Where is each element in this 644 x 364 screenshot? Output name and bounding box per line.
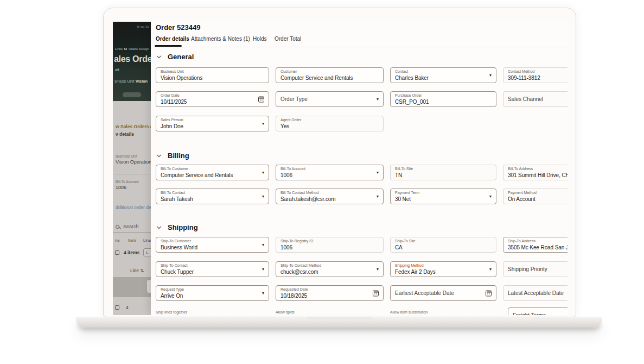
field-bill-to-site[interactable]: Bill-To Site TN [390,165,496,180]
field-bill-to-contact-method[interactable]: Bill-To Contact Method Sarah.takesh@csr.… [276,189,384,204]
page-title: Order 523449 [156,23,200,32]
chevron-down-icon [157,153,161,157]
thumbnail-links-bar: Links Oracle Design [115,47,149,51]
thumbnail-subtitle: aft [115,68,119,72]
bg-promo-text: w Sales Orders cr [116,124,155,129]
thumbnail-caption: siness Unit Vision [114,79,148,84]
field-ship-to-address[interactable]: Ship-To Address 3505 Mc Kee Road San Jos… [503,237,568,253]
field-business-unit[interactable]: Business Unit Vision Operations [156,67,269,83]
field-latest-acceptable-date[interactable]: Latest Acceptable Date [503,285,568,301]
bg-details-text: v details [116,131,134,137]
dropdown-arrow-icon[interactable]: ▾ [262,243,264,247]
field-shipping-method[interactable]: Shipping Method Fedex Air 2 Days ▾ [390,261,496,277]
dropdown-arrow-icon[interactable]: ▾ [377,171,379,175]
tab-order-total[interactable]: Order Total [275,36,301,42]
design-label: Oracle Design [129,47,149,51]
tab-holds[interactable]: Holds [253,36,267,42]
dropdown-arrow-icon[interactable]: ▾ [262,267,264,272]
checkbox-icon [115,250,119,255]
bg-items-count: 4 items [124,250,139,255]
video-thumbnail: le vs. Gr Links Oracle Design ales Orde … [113,22,151,101]
dropdown-arrow-icon[interactable]: ▾ [262,194,264,199]
field-contact-method[interactable]: Contact Method 309-111-3812 [503,67,568,83]
field-contact[interactable]: Contact Charles Baker ▾ [390,67,496,83]
bg-row-notch [147,280,151,293]
field-agent-order[interactable]: Agent Order Yes [276,116,384,131]
dropdown-arrow-icon[interactable]: ▾ [489,194,492,199]
tab-attachments-notes[interactable]: Attachments & Notes (1) [191,36,250,42]
bg-items-count-row: 4 items [115,250,139,255]
divider [151,47,568,47]
dropdown-arrow-icon[interactable]: ▾ [377,267,379,272]
field-freight-terms[interactable]: Freight Terms [508,307,568,315]
bg-selected-row [113,277,151,297]
bg-bill-to-account-value: 1006 [116,185,126,190]
label-allow-splits: Allow splits [276,310,295,314]
field-order-type[interactable]: Order Type ▾ [276,91,384,107]
section-header-shipping[interactable]: Shipping [157,223,198,231]
bg-line-column-header: Line ⇅ [130,268,144,273]
divider [113,233,151,233]
field-ship-to-customer[interactable]: Ship-To Customer Business World ▾ [156,237,269,253]
bg-line-number: 4 [126,305,129,310]
field-earliest-acceptable-date[interactable]: Earliest Acceptable Date [390,285,496,301]
field-payment-method[interactable]: Payment Method On Account [503,189,568,204]
calendar-icon[interactable] [486,290,492,296]
field-sales-channel[interactable]: Sales Channel [503,91,568,107]
laptop-base-notch [307,317,372,321]
field-requested-date[interactable]: Requested Date 10/18/2025 [276,285,384,301]
thumbnail-title: ales Orde [114,54,151,64]
field-bill-to-address[interactable]: Bill-To Address 301 Summit Hill Drive, C… [503,165,568,180]
field-ship-to-contact-method[interactable]: Ship-To Contact Method chuck@csr.com ▾ [276,261,384,277]
page: le vs. Gr Links Oracle Design ales Orde … [0,0,644,364]
bg-search-placeholder: Search [123,224,139,229]
field-shipping-priority[interactable]: Shipping Priority [503,261,568,277]
chevron-down-icon [157,54,161,58]
field-customer[interactable]: Customer Computer Service and Rentals [276,67,384,83]
laptop-mockup: le vs. Gr Links Oracle Design ales Orde … [103,8,576,317]
dropdown-arrow-icon[interactable]: ▾ [489,267,492,272]
bg-business-unit-value: Vision Operations [116,159,154,165]
sort-icon: ⇅ [140,268,144,273]
bg-search-field: Search [116,224,139,229]
field-sales-person[interactable]: Sales Person John Doe ▾ [156,116,269,131]
divider [115,174,149,174]
thumbnail-top-caption: le vs. Gr [137,25,149,28]
field-ship-to-registry-id[interactable]: Ship-To Registry ID 1006 [276,237,384,253]
field-payment-term[interactable]: Payment Term 30 Net ▾ [390,189,496,204]
field-ship-to-contact[interactable]: Ship-To Contact Chuck Tupper ▾ [156,261,269,277]
background-page-strip: le vs. Gr Links Oracle Design ales Orde … [113,22,151,315]
calendar-icon[interactable] [258,96,264,102]
bg-table-row: 4 [115,305,129,310]
field-bill-to-contact[interactable]: Bill-To Contact Sarah Takesh ▾ [156,189,269,204]
bg-business-unit-label: Business Unit [116,154,137,158]
search-icon [116,225,119,229]
field-order-date[interactable]: Order Date 10/11/2025 [156,91,269,107]
dropdown-arrow-icon[interactable]: ▾ [262,291,264,296]
dropdown-arrow-icon[interactable]: ▾ [489,73,492,78]
bg-column-header: Item [128,238,136,243]
laptop-screen: le vs. Gr Links Oracle Design ales Orde … [113,22,568,315]
tab-order-details[interactable]: Order details [156,36,189,42]
field-bill-to-customer[interactable]: Bill-To Customer Computer Service and Re… [156,165,269,180]
field-request-type[interactable]: Request Type Arrive On ▾ [156,285,269,301]
section-header-general[interactable]: General [157,53,194,61]
field-ship-to-site[interactable]: Ship-To Site CA [390,237,496,253]
chevron-down-icon [157,224,161,229]
field-bill-to-account[interactable]: Bill-To Account 1006 ▾ [276,165,384,180]
dropdown-arrow-icon[interactable]: ▾ [262,122,264,126]
dropdown-arrow-icon[interactable]: ▾ [262,171,264,175]
order-panel: Order 523449 Order details Attachments &… [151,22,568,315]
checkbox-icon [115,305,119,310]
label-allow-item-substitution: Allow item substitution [390,310,428,314]
bg-additional-details-link: dditional order det [116,205,152,210]
field-purchase-order[interactable]: Purchase Order CSR_PO_001 [390,91,496,107]
dropdown-arrow-icon[interactable]: ▾ [377,97,379,102]
bg-column-header: ne [115,238,119,243]
section-header-billing[interactable]: Billing [157,152,189,160]
calendar-icon[interactable] [373,290,379,296]
bg-bill-to-account-label: Bill-To Account [116,180,139,184]
label-ship-lines-together: Ship lines together [156,310,187,314]
folder-icon [124,48,127,50]
dropdown-arrow-icon[interactable]: ▾ [377,194,379,199]
